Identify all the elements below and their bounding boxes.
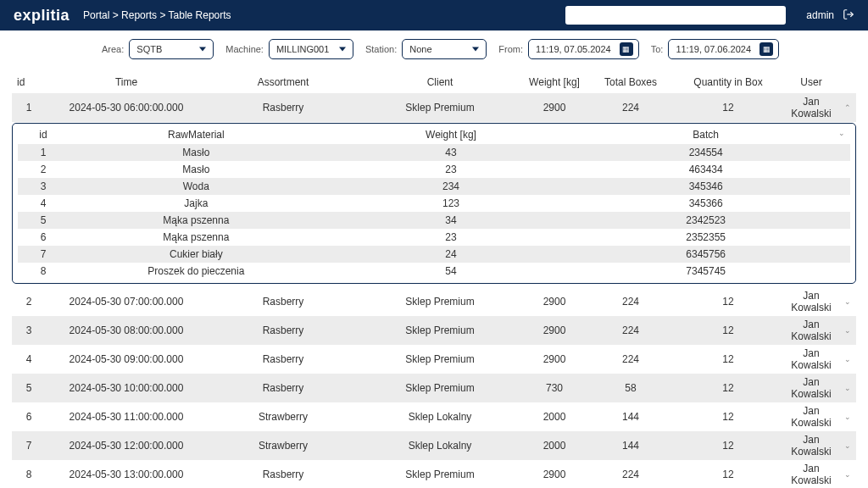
cell-time: 2024-05-30 11:00:00.000 xyxy=(46,411,207,423)
filter-bar: Area: SQTB Machine: MILLING001 Station: … xyxy=(0,30,868,68)
cell-qty: 12 xyxy=(673,411,783,423)
detail-row[interactable]: 7 Cukier biały 24 6345756 xyxy=(18,246,850,263)
dcol-raw[interactable]: RawMaterial xyxy=(69,129,324,141)
dcell-id: 4 xyxy=(18,197,69,209)
cell-id: 3 xyxy=(12,324,46,336)
chevron-down-icon[interactable]: ⌄ xyxy=(839,384,856,392)
col-boxes[interactable]: Total Boxes xyxy=(588,75,673,90)
detail-row[interactable]: 6 Mąka pszenna 23 2352355 xyxy=(18,229,850,246)
dcell-weight: 34 xyxy=(324,214,579,226)
cell-weight: 730 xyxy=(520,382,588,394)
col-weight[interactable]: Weight [kg] xyxy=(520,75,588,90)
cell-qty: 12 xyxy=(673,382,783,394)
dcell-raw: Proszek do pieczenia xyxy=(69,265,324,277)
machine-label: Machine: xyxy=(225,44,264,54)
machine-select[interactable]: MILLING001 xyxy=(269,39,353,59)
table-row[interactable]: 8 2024-05-30 13:00:00.000 Rasberry Sklep… xyxy=(12,460,856,488)
cell-boxes: 144 xyxy=(588,440,673,452)
chevron-down-icon[interactable]: ⌄ xyxy=(839,413,856,421)
station-label: Station: xyxy=(365,44,397,54)
cell-boxes: 224 xyxy=(588,324,673,336)
dcell-id: 5 xyxy=(18,214,69,226)
chevron-up-icon[interactable]: ⌃ xyxy=(839,103,856,112)
detail-panel: id RawMaterial Weight [kg] Batch ⌄ 1 Mas… xyxy=(12,123,856,284)
dcell-batch: 7345745 xyxy=(578,265,833,277)
detail-row[interactable]: 5 Mąka pszenna 34 2342523 xyxy=(18,212,850,229)
table-row[interactable]: 5 2024-05-30 10:00:00.000 Rasberry Sklep… xyxy=(12,374,856,402)
search-input[interactable] xyxy=(565,6,786,25)
cell-weight: 2000 xyxy=(520,440,588,452)
cell-user: Jan Kowalski xyxy=(783,463,839,486)
col-id[interactable]: id xyxy=(12,75,46,90)
cell-id: 8 xyxy=(12,469,46,480)
dcol-id[interactable]: id xyxy=(18,129,69,141)
cell-weight: 2900 xyxy=(520,296,588,308)
table-row[interactable]: 2 2024-05-30 07:00:00.000 Rasberry Sklep… xyxy=(12,287,856,316)
chevron-down-icon[interactable]: ⌄ xyxy=(833,129,850,141)
detail-row[interactable]: 2 Masło 23 463434 xyxy=(18,161,850,178)
dcell-weight: 23 xyxy=(324,164,579,175)
detail-header: id RawMaterial Weight [kg] Batch ⌄ xyxy=(18,125,850,144)
cell-assortment: Rasberry xyxy=(207,296,359,308)
dcell-batch: 6345756 xyxy=(578,248,833,260)
table-row[interactable]: 4 2024-05-30 09:00:00.000 Rasberry Sklep… xyxy=(12,345,856,374)
col-user[interactable]: User xyxy=(783,75,839,90)
report-table: id Time Assortment Client Weight [kg] To… xyxy=(0,68,868,488)
table-row[interactable]: 1 2024-05-30 06:00:00.000 Rasberry Sklep… xyxy=(12,93,856,122)
col-time[interactable]: Time xyxy=(46,75,207,90)
to-label: To: xyxy=(651,44,664,54)
breadcrumb[interactable]: Portal > Reports > Table Reports xyxy=(83,9,565,21)
dcell-batch: 345346 xyxy=(578,180,833,192)
detail-row[interactable]: 4 Jajka 123 345366 xyxy=(18,195,850,212)
col-client[interactable]: Client xyxy=(359,75,520,90)
cell-boxes: 58 xyxy=(588,382,673,394)
detail-row[interactable]: 1 Masło 43 234554 xyxy=(18,144,850,161)
station-select[interactable]: None xyxy=(402,39,487,59)
cell-boxes: 224 xyxy=(588,296,673,308)
to-date-input[interactable]: 11:19, 07.06.2024 ▦ xyxy=(668,39,779,59)
chevron-down-icon[interactable]: ⌄ xyxy=(839,355,856,363)
logout-icon[interactable] xyxy=(843,8,854,23)
chevron-down-icon[interactable]: ⌄ xyxy=(839,441,856,450)
dcell-id: 8 xyxy=(18,265,69,277)
table-row[interactable]: 7 2024-05-30 12:00:00.000 Strawberry Skl… xyxy=(12,431,856,460)
col-qty[interactable]: Quantity in Box xyxy=(673,75,783,90)
dcell-weight: 43 xyxy=(324,147,579,158)
dcell-batch: 234554 xyxy=(578,147,833,158)
chevron-down-icon[interactable]: ⌄ xyxy=(839,297,856,306)
cell-qty: 12 xyxy=(673,440,783,452)
dcell-weight: 24 xyxy=(324,248,579,260)
cell-time: 2024-05-30 12:00:00.000 xyxy=(46,440,207,452)
chevron-down-icon[interactable]: ⌄ xyxy=(839,470,856,479)
cell-boxes: 224 xyxy=(588,469,673,480)
detail-row[interactable]: 8 Proszek do pieczenia 54 7345745 xyxy=(18,263,850,280)
dcell-raw: Woda xyxy=(69,180,324,192)
dcell-id: 6 xyxy=(18,231,69,243)
table-header: id Time Assortment Client Weight [kg] To… xyxy=(12,71,856,93)
from-date-input[interactable]: 11:19, 07.05.2024 ▦ xyxy=(528,39,639,59)
cell-user: Jan Kowalski xyxy=(783,290,839,313)
col-assortment[interactable]: Assortment xyxy=(207,75,359,90)
area-label: Area: xyxy=(102,44,124,54)
cell-user: Jan Kowalski xyxy=(783,434,839,458)
cell-assortment: Rasberry xyxy=(207,382,359,394)
cell-id: 7 xyxy=(12,440,46,452)
cell-assortment: Rasberry xyxy=(207,324,359,336)
detail-row[interactable]: 3 Woda 234 345346 xyxy=(18,178,850,195)
table-row[interactable]: 6 2024-05-30 11:00:00.000 Strawberry Skl… xyxy=(12,402,856,431)
cell-client: Sklep Premium xyxy=(359,324,520,336)
cell-user: Jan Kowalski xyxy=(783,319,839,342)
cell-assortment: Strawberry xyxy=(207,440,359,452)
dcol-batch[interactable]: Batch xyxy=(578,129,833,141)
chevron-down-icon[interactable]: ⌄ xyxy=(839,326,856,335)
dcol-weight[interactable]: Weight [kg] xyxy=(324,129,579,141)
cell-weight: 2900 xyxy=(520,102,588,114)
dcell-weight: 54 xyxy=(324,265,579,277)
area-select[interactable]: SQTB xyxy=(129,39,214,59)
table-row[interactable]: 3 2024-05-30 08:00:00.000 Rasberry Sklep… xyxy=(12,316,856,345)
dcell-batch: 2352355 xyxy=(578,231,833,243)
user-label: admin xyxy=(806,9,834,21)
cell-boxes: 224 xyxy=(588,353,673,365)
cell-time: 2024-05-30 08:00:00.000 xyxy=(46,324,207,336)
cell-client: Sklep Premium xyxy=(359,382,520,394)
